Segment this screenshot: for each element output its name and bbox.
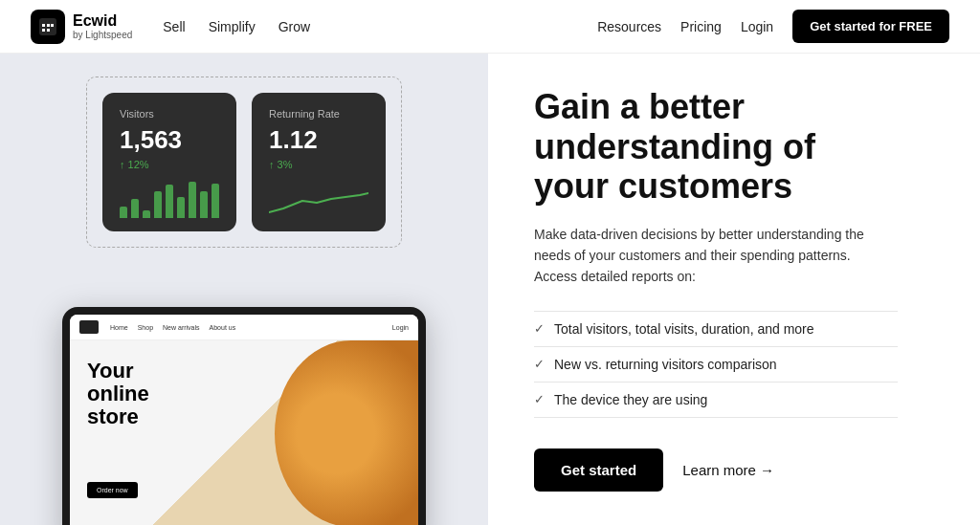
nav-grow[interactable]: Grow <box>278 19 310 34</box>
navbar: Ecwid by Lightspeed Sell Simplify Grow R… <box>0 0 980 54</box>
nav-links: Sell Simplify Grow <box>163 19 310 34</box>
nav-resources[interactable]: Resources <box>597 19 661 34</box>
returning-value: 1.12 <box>269 125 368 155</box>
main-content: Visitors 1,563 ↑ 12% <box>0 54 980 525</box>
learn-more-text: Learn more <box>682 462 756 478</box>
feature-item-2: ✓ New vs. returning visitors comparison <box>534 347 898 383</box>
feature-item-1: ✓ Total visitors, total visits, duration… <box>534 311 898 347</box>
nav-login[interactable]: Login <box>741 19 773 34</box>
returning-widget: Returning Rate 1.12 ↑ 3% <box>252 93 386 231</box>
left-panel: Visitors 1,563 ↑ 12% <box>0 54 488 525</box>
tablet-preview: Home Shop New arrivals About us Login Yo… <box>62 307 426 525</box>
tablet-hero-text: Youronlinestore <box>87 360 149 429</box>
tablet-nav-home: Home <box>110 324 128 331</box>
hero-headline: Gain a better understanding of your cust… <box>534 87 898 206</box>
returning-chart <box>269 180 368 218</box>
logo-icon <box>31 10 65 44</box>
hero-description: Make data-driven decisions by better und… <box>534 224 879 288</box>
logo-text: Ecwid by Lightspeed <box>73 12 132 40</box>
feature-item-3: ✓ The device they are using <box>534 383 898 418</box>
visitors-widget: Visitors 1,563 ↑ 12% <box>102 93 236 231</box>
feature-text-1: Total visitors, total visits, duration, … <box>554 321 814 337</box>
nav-simplify[interactable]: Simplify <box>209 19 256 34</box>
bar-3 <box>143 210 150 218</box>
learn-more-link[interactable]: Learn more → <box>682 462 774 478</box>
navbar-right: Resources Pricing Login Get started for … <box>597 10 949 43</box>
nav-cta-button[interactable]: Get started for FREE <box>792 10 949 43</box>
tablet-inner: Home Shop New arrivals About us Login Yo… <box>70 315 418 525</box>
right-panel: Gain a better understanding of your cust… <box>488 54 980 525</box>
feature-list: ✓ Total visitors, total visits, duration… <box>534 311 898 418</box>
ecwid-logo-svg <box>37 16 58 37</box>
bar-6 <box>177 197 185 218</box>
tablet-logo <box>79 320 99 334</box>
nav-pricing[interactable]: Pricing <box>680 19 722 34</box>
bar-5 <box>166 185 173 218</box>
tablet-nav: Home Shop New arrivals About us <box>110 324 381 331</box>
check-icon-3: ✓ <box>534 392 545 406</box>
tablet-hero: Youronlinestore Order now <box>70 340 418 525</box>
tablet-topbar: Home Shop New arrivals About us Login <box>70 315 418 340</box>
tablet-hero-headline: Youronlinestore <box>87 360 149 429</box>
visitors-change: ↑ 12% <box>120 159 219 170</box>
visitors-value: 1,563 <box>120 125 219 155</box>
tablet-model-image <box>275 340 418 525</box>
check-icon-1: ✓ <box>534 321 545 336</box>
tablet-nav-arrivals: New arrivals <box>163 324 200 331</box>
bar-2 <box>131 199 139 218</box>
bar-1 <box>120 207 127 218</box>
tablet-nav-shop: Shop <box>138 324 153 331</box>
bar-9 <box>212 184 219 218</box>
navbar-left: Ecwid by Lightspeed Sell Simplify Grow <box>31 10 310 44</box>
learn-more-arrow: → <box>760 462 774 478</box>
visitors-title: Visitors <box>120 108 219 120</box>
tablet-nav-login: Login <box>392 324 409 331</box>
widgets-wrapper: Visitors 1,563 ↑ 12% <box>86 77 402 248</box>
get-started-button[interactable]: Get started <box>534 448 663 492</box>
feature-text-3: The device they are using <box>554 392 707 407</box>
bar-7 <box>189 182 196 218</box>
returning-title: Returning Rate <box>269 108 368 120</box>
dashed-border: Visitors 1,563 ↑ 12% <box>86 77 402 248</box>
check-icon-2: ✓ <box>534 357 545 371</box>
brand-name: Ecwid <box>73 12 132 30</box>
brand-subtitle: by Lightspeed <box>73 30 132 40</box>
feature-text-2: New vs. returning visitors comparison <box>554 357 777 372</box>
tablet-nav-about: About us <box>210 324 236 331</box>
visitors-chart <box>120 180 219 218</box>
line-chart-svg <box>269 184 368 218</box>
bar-4 <box>154 191 162 218</box>
logo[interactable]: Ecwid by Lightspeed <box>31 10 132 44</box>
bar-8 <box>200 191 208 218</box>
action-row: Get started Learn more → <box>534 448 934 492</box>
nav-sell[interactable]: Sell <box>163 19 185 34</box>
tablet-hero-cta: Order now <box>87 482 138 498</box>
returning-change: ↑ 3% <box>269 159 368 170</box>
